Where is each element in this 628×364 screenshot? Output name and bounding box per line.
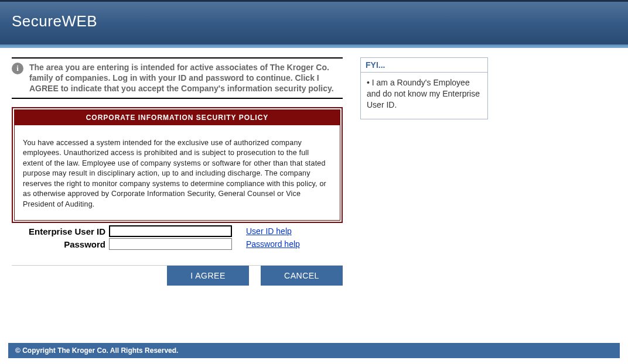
policy-body: You have accessed a system intended for …	[15, 125, 340, 221]
login-notice-text: The area you are entering is intended fo…	[29, 62, 343, 94]
fyi-title: FYI...	[361, 58, 487, 73]
page-title: SecureWEB	[12, 12, 616, 30]
button-bar: I AGREE CANCEL	[12, 265, 343, 286]
user-id-input[interactable]	[109, 225, 232, 237]
password-label: Password	[12, 239, 105, 249]
user-id-help-link[interactable]: User ID help	[246, 226, 292, 236]
fyi-panel: FYI... • I am a Roundy's Employee and do…	[360, 57, 488, 119]
login-notice: i The area you are entering is intended …	[12, 57, 343, 99]
agree-button[interactable]: I AGREE	[167, 266, 249, 286]
fyi-item-roundys[interactable]: • I am a Roundy's Employee and do not kn…	[367, 77, 482, 111]
cancel-button[interactable]: CANCEL	[261, 266, 343, 286]
policy-title: CORPORATE INFORMATION SECURITY POLICY	[15, 110, 340, 125]
password-help-link[interactable]: Password help	[246, 239, 300, 249]
user-id-label: Enterprise User ID	[12, 226, 105, 236]
policy-panel: CORPORATE INFORMATION SECURITY POLICY Yo…	[12, 107, 343, 224]
info-icon: i	[12, 63, 23, 74]
fyi-item-label: I am a Roundy's Employee and do not know…	[367, 78, 480, 109]
password-input[interactable]	[109, 238, 232, 250]
footer-copyright: © Copyright The Kroger Co. All Rights Re…	[8, 343, 620, 358]
header: SecureWEB	[0, 2, 628, 44]
